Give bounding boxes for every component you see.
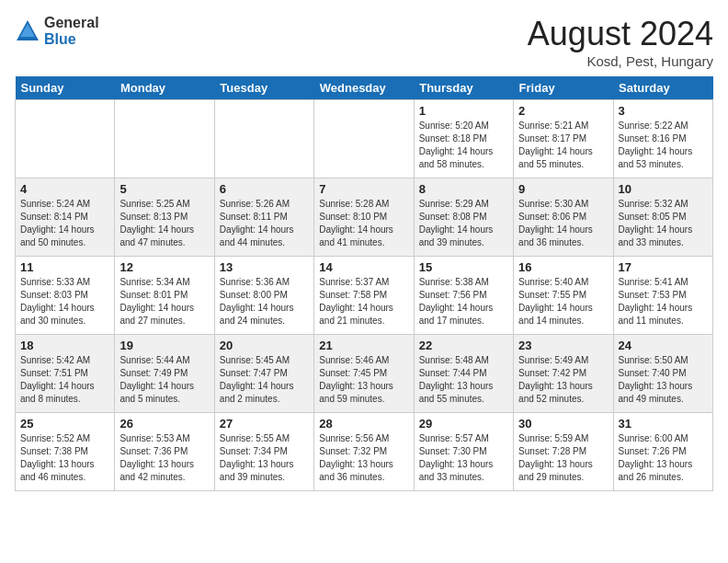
header-day-tuesday: Tuesday <box>214 76 313 100</box>
header-day-sunday: Sunday <box>16 76 115 100</box>
page-header: General Blue August 2024 Kosd, Pest, Hun… <box>15 15 713 69</box>
day-number: 13 <box>220 260 309 274</box>
day-number: 25 <box>20 417 109 431</box>
day-info: Sunrise: 5:38 AM Sunset: 7:56 PM Dayligh… <box>419 276 508 327</box>
day-number: 9 <box>518 182 608 196</box>
calendar-cell: 22Sunrise: 5:48 AM Sunset: 7:44 PM Dayli… <box>414 335 513 413</box>
day-info: Sunrise: 6:00 AM Sunset: 7:26 PM Dayligh… <box>619 432 708 484</box>
calendar-cell: 9Sunrise: 5:30 AM Sunset: 8:06 PM Daylig… <box>514 178 613 257</box>
header-day-wednesday: Wednesday <box>314 76 414 100</box>
day-info: Sunrise: 5:34 AM Sunset: 8:01 PM Dayligh… <box>119 276 209 327</box>
day-info: Sunrise: 5:22 AM Sunset: 8:16 PM Dayligh… <box>619 120 708 171</box>
calendar-cell: 3Sunrise: 5:22 AM Sunset: 8:16 PM Daylig… <box>613 100 712 178</box>
day-info: Sunrise: 5:44 AM Sunset: 7:49 PM Dayligh… <box>119 354 209 406</box>
calendar-cell: 29Sunrise: 5:57 AM Sunset: 7:30 PM Dayli… <box>414 413 513 491</box>
day-number: 21 <box>319 339 408 352</box>
day-number: 5 <box>119 182 209 196</box>
day-info: Sunrise: 5:56 AM Sunset: 7:32 PM Dayligh… <box>319 432 408 484</box>
day-number: 20 <box>220 339 309 352</box>
day-number: 16 <box>518 260 608 274</box>
day-number: 26 <box>119 417 209 431</box>
day-number: 3 <box>619 104 708 118</box>
calendar-cell: 17Sunrise: 5:41 AM Sunset: 7:53 PM Dayli… <box>613 257 712 335</box>
header-row: SundayMondayTuesdayWednesdayThursdayFrid… <box>16 76 713 100</box>
day-info: Sunrise: 5:30 AM Sunset: 8:06 PM Dayligh… <box>518 198 608 249</box>
week-row-2: 11Sunrise: 5:33 AM Sunset: 8:03 PM Dayli… <box>16 257 713 335</box>
day-number: 2 <box>518 104 608 118</box>
day-info: Sunrise: 5:20 AM Sunset: 8:18 PM Dayligh… <box>419 120 508 171</box>
calendar-cell: 31Sunrise: 6:00 AM Sunset: 7:26 PM Dayli… <box>613 413 712 491</box>
day-info: Sunrise: 5:25 AM Sunset: 8:13 PM Dayligh… <box>119 198 209 249</box>
day-info: Sunrise: 5:29 AM Sunset: 8:08 PM Dayligh… <box>419 198 508 249</box>
calendar-cell <box>214 100 313 178</box>
day-number: 19 <box>119 339 209 352</box>
day-number: 15 <box>419 260 508 274</box>
calendar-cell: 8Sunrise: 5:29 AM Sunset: 8:08 PM Daylig… <box>414 178 513 257</box>
logo-icon <box>15 18 40 44</box>
day-number: 28 <box>319 417 408 431</box>
calendar-cell <box>314 100 414 178</box>
day-number: 8 <box>419 182 508 196</box>
calendar-cell: 25Sunrise: 5:52 AM Sunset: 7:38 PM Dayli… <box>16 413 115 491</box>
day-number: 1 <box>419 104 508 118</box>
header-day-thursday: Thursday <box>414 76 513 100</box>
day-number: 12 <box>119 260 209 274</box>
calendar-cell: 11Sunrise: 5:33 AM Sunset: 8:03 PM Dayli… <box>16 257 115 335</box>
day-info: Sunrise: 5:42 AM Sunset: 7:51 PM Dayligh… <box>20 354 109 406</box>
calendar-cell: 6Sunrise: 5:26 AM Sunset: 8:11 PM Daylig… <box>214 178 313 257</box>
day-info: Sunrise: 5:45 AM Sunset: 7:47 PM Dayligh… <box>220 354 309 406</box>
day-number: 17 <box>619 260 708 274</box>
header-day-saturday: Saturday <box>613 76 712 100</box>
day-info: Sunrise: 5:50 AM Sunset: 7:40 PM Dayligh… <box>619 354 708 406</box>
day-number: 29 <box>419 417 508 431</box>
day-number: 6 <box>220 182 309 196</box>
week-row-1: 4Sunrise: 5:24 AM Sunset: 8:14 PM Daylig… <box>16 178 713 257</box>
day-number: 31 <box>619 417 708 431</box>
day-number: 18 <box>20 339 109 352</box>
calendar-subtitle: Kosd, Pest, Hungary <box>528 53 713 69</box>
calendar-cell: 15Sunrise: 5:38 AM Sunset: 7:56 PM Dayli… <box>414 257 513 335</box>
day-number: 7 <box>319 182 408 196</box>
calendar-cell: 27Sunrise: 5:55 AM Sunset: 7:34 PM Dayli… <box>214 413 313 491</box>
calendar-cell: 18Sunrise: 5:42 AM Sunset: 7:51 PM Dayli… <box>16 335 115 413</box>
day-info: Sunrise: 5:40 AM Sunset: 7:55 PM Dayligh… <box>518 276 608 327</box>
week-row-4: 25Sunrise: 5:52 AM Sunset: 7:38 PM Dayli… <box>16 413 713 491</box>
calendar-cell: 24Sunrise: 5:50 AM Sunset: 7:40 PM Dayli… <box>613 335 712 413</box>
calendar-cell: 1Sunrise: 5:20 AM Sunset: 8:18 PM Daylig… <box>414 100 513 178</box>
day-info: Sunrise: 5:59 AM Sunset: 7:28 PM Dayligh… <box>518 432 608 484</box>
day-number: 24 <box>619 339 708 352</box>
calendar-cell: 5Sunrise: 5:25 AM Sunset: 8:13 PM Daylig… <box>115 178 214 257</box>
header-day-friday: Friday <box>514 76 613 100</box>
day-number: 4 <box>20 182 109 196</box>
day-info: Sunrise: 5:57 AM Sunset: 7:30 PM Dayligh… <box>419 432 508 484</box>
day-number: 14 <box>319 260 408 274</box>
day-info: Sunrise: 5:28 AM Sunset: 8:10 PM Dayligh… <box>319 198 408 249</box>
calendar-cell: 2Sunrise: 5:21 AM Sunset: 8:17 PM Daylig… <box>514 100 613 178</box>
day-info: Sunrise: 5:41 AM Sunset: 7:53 PM Dayligh… <box>619 276 708 327</box>
day-number: 22 <box>419 339 508 352</box>
calendar-cell: 19Sunrise: 5:44 AM Sunset: 7:49 PM Dayli… <box>115 335 214 413</box>
calendar-body: 1Sunrise: 5:20 AM Sunset: 8:18 PM Daylig… <box>16 100 713 491</box>
day-info: Sunrise: 5:32 AM Sunset: 8:05 PM Dayligh… <box>619 198 708 249</box>
calendar-cell: 10Sunrise: 5:32 AM Sunset: 8:05 PM Dayli… <box>613 178 712 257</box>
calendar-cell: 26Sunrise: 5:53 AM Sunset: 7:36 PM Dayli… <box>115 413 214 491</box>
day-info: Sunrise: 5:36 AM Sunset: 8:00 PM Dayligh… <box>220 276 309 327</box>
week-row-3: 18Sunrise: 5:42 AM Sunset: 7:51 PM Dayli… <box>16 335 713 413</box>
day-number: 27 <box>220 417 309 431</box>
calendar-cell <box>16 100 115 178</box>
day-info: Sunrise: 5:49 AM Sunset: 7:42 PM Dayligh… <box>518 354 608 406</box>
day-number: 10 <box>619 182 708 196</box>
week-row-0: 1Sunrise: 5:20 AM Sunset: 8:18 PM Daylig… <box>16 100 713 178</box>
calendar-cell: 13Sunrise: 5:36 AM Sunset: 8:00 PM Dayli… <box>214 257 313 335</box>
calendar-cell: 23Sunrise: 5:49 AM Sunset: 7:42 PM Dayli… <box>514 335 613 413</box>
day-info: Sunrise: 5:52 AM Sunset: 7:38 PM Dayligh… <box>20 432 109 484</box>
day-info: Sunrise: 5:53 AM Sunset: 7:36 PM Dayligh… <box>119 432 209 484</box>
calendar-cell: 12Sunrise: 5:34 AM Sunset: 8:01 PM Dayli… <box>115 257 214 335</box>
day-info: Sunrise: 5:37 AM Sunset: 7:58 PM Dayligh… <box>319 276 408 327</box>
calendar-cell <box>115 100 214 178</box>
calendar-cell: 4Sunrise: 5:24 AM Sunset: 8:14 PM Daylig… <box>16 178 115 257</box>
day-info: Sunrise: 5:55 AM Sunset: 7:34 PM Dayligh… <box>220 432 309 484</box>
day-info: Sunrise: 5:33 AM Sunset: 8:03 PM Dayligh… <box>20 276 109 327</box>
day-number: 30 <box>518 417 608 431</box>
calendar-cell: 14Sunrise: 5:37 AM Sunset: 7:58 PM Dayli… <box>314 257 414 335</box>
